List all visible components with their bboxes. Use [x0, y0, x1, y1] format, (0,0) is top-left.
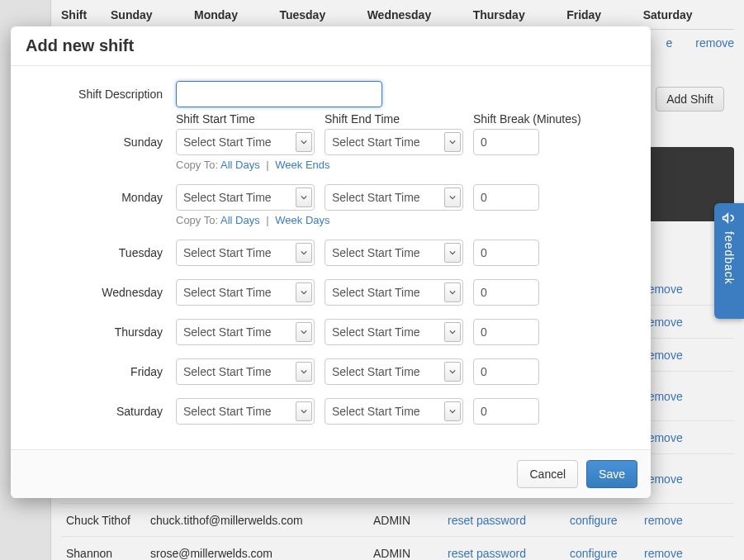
day-label-monday: Monday — [27, 184, 176, 204]
shift-description-input[interactable] — [176, 81, 382, 107]
sunday-break-input[interactable] — [473, 129, 539, 155]
select-value: Select Start Time — [332, 405, 420, 418]
wednesday-end-select[interactable]: Select Start Time — [325, 279, 463, 306]
feedback-tab[interactable]: feedback — [714, 203, 744, 319]
chevron-down-icon — [444, 282, 461, 302]
select-value: Select Start Time — [332, 365, 420, 378]
modal-title: Add new shift — [26, 36, 636, 55]
day-label-sunday: Sunday — [27, 129, 176, 149]
chevron-down-icon — [296, 401, 312, 421]
chevron-down-icon — [296, 362, 312, 382]
cancel-button[interactable]: Cancel — [517, 460, 578, 488]
chevron-down-icon — [296, 282, 312, 302]
col-header-start: Shift Start Time — [176, 112, 315, 126]
thursday-break-input[interactable] — [473, 319, 539, 345]
select-value: Select Start Time — [183, 191, 272, 204]
select-value: Select Start Time — [183, 286, 272, 299]
day-label-tuesday: Tuesday — [27, 240, 176, 259]
add-shift-modal: Add new shift Shift Description Shift St… — [11, 26, 651, 498]
save-button[interactable]: Save — [586, 460, 637, 488]
day-label-saturday: Saturday — [27, 398, 176, 418]
copy-weekdays-link[interactable]: Week Days — [275, 214, 329, 226]
select-value: Select Start Time — [183, 135, 272, 149]
select-value: Select Start Time — [183, 325, 272, 339]
copy-all-days-link[interactable]: All Days — [220, 159, 260, 171]
thursday-end-select[interactable]: Select Start Time — [325, 319, 463, 345]
separator: | — [266, 214, 268, 226]
chevron-down-icon — [444, 187, 461, 207]
saturday-start-select[interactable]: Select Start Time — [176, 398, 315, 425]
select-value: Select Start Time — [183, 405, 272, 418]
friday-end-select[interactable]: Select Start Time — [325, 358, 463, 385]
select-value: Select Start Time — [332, 325, 420, 339]
modal-body: Shift Description Shift Start Time Shift… — [11, 66, 651, 449]
copy-all-days-link[interactable]: All Days — [220, 214, 260, 226]
copy-weekends-link[interactable]: Week Ends — [275, 159, 329, 171]
chevron-down-icon — [444, 322, 461, 342]
tuesday-end-select[interactable]: Select Start Time — [325, 240, 463, 266]
day-label-friday: Friday — [27, 358, 176, 378]
monday-start-select[interactable]: Select Start Time — [176, 184, 315, 211]
wednesday-break-input[interactable] — [473, 279, 539, 306]
chevron-down-icon — [444, 401, 461, 421]
sunday-end-select[interactable]: Select Start Time — [325, 129, 463, 155]
cancel-button-label: Cancel — [529, 467, 566, 481]
modal-header: Add new shift — [11, 26, 651, 66]
select-value: Select Start Time — [332, 286, 420, 299]
copy-to-label: Copy To: — [176, 159, 218, 171]
col-header-break: Shift Break (Minutes) — [473, 112, 605, 126]
chevron-down-icon — [296, 322, 312, 342]
thursday-start-select[interactable]: Select Start Time — [176, 319, 315, 345]
select-value: Select Start Time — [332, 191, 420, 204]
tuesday-break-input[interactable] — [473, 240, 539, 266]
feedback-label: feedback — [723, 231, 736, 285]
friday-start-select[interactable]: Select Start Time — [176, 358, 315, 385]
tuesday-start-select[interactable]: Select Start Time — [176, 240, 315, 266]
modal-footer: Cancel Save — [11, 449, 651, 498]
chevron-down-icon — [296, 187, 312, 207]
select-value: Select Start Time — [183, 246, 272, 259]
saturday-break-input[interactable] — [473, 398, 539, 425]
chevron-down-icon — [296, 243, 312, 263]
chevron-down-icon — [296, 132, 312, 152]
sunday-start-select[interactable]: Select Start Time — [176, 129, 315, 155]
day-label-thursday: Thursday — [27, 319, 176, 339]
shift-description-label: Shift Description — [27, 81, 176, 101]
chevron-down-icon — [444, 243, 461, 263]
saturday-end-select[interactable]: Select Start Time — [325, 398, 463, 425]
select-value: Select Start Time — [183, 365, 272, 378]
wednesday-start-select[interactable]: Select Start Time — [176, 279, 315, 306]
separator: | — [266, 159, 268, 171]
megaphone-icon — [719, 208, 739, 228]
monday-break-input[interactable] — [473, 184, 539, 211]
friday-break-input[interactable] — [473, 358, 539, 385]
select-value: Select Start Time — [332, 246, 420, 259]
day-label-wednesday: Wednesday — [27, 279, 176, 299]
save-button-label: Save — [599, 467, 625, 481]
monday-end-select[interactable]: Select Start Time — [325, 184, 463, 211]
select-value: Select Start Time — [332, 135, 420, 149]
chevron-down-icon — [444, 362, 461, 382]
copy-to-label: Copy To: — [176, 214, 218, 226]
chevron-down-icon — [444, 132, 461, 152]
col-header-end: Shift End Time — [325, 112, 463, 126]
